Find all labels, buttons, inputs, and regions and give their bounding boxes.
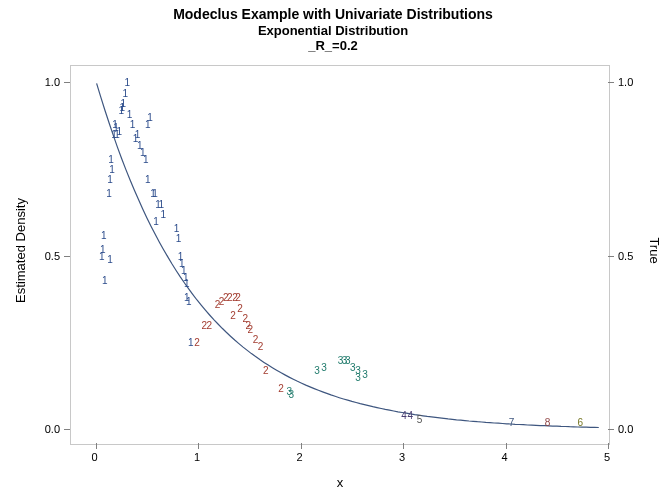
chart-title: Modeclus Example with Univariate Distrib… bbox=[0, 6, 666, 23]
y-left-tick-mark bbox=[64, 429, 70, 430]
x-tick-label: 5 bbox=[604, 451, 610, 463]
y-right-tick-mark bbox=[608, 429, 614, 430]
y-axis-right-label: True bbox=[644, 0, 664, 500]
x-tick-mark bbox=[403, 443, 404, 449]
chart-subtitle: Exponential Distribution bbox=[0, 23, 666, 39]
x-tick-label: 0 bbox=[92, 451, 98, 463]
y-axis-left-label: Estimated Density bbox=[10, 0, 30, 500]
y-right-tick-label: 0.0 bbox=[618, 423, 633, 435]
y-right-tick-label: 1.0 bbox=[618, 76, 633, 88]
chart-container: Modeclus Example with Univariate Distrib… bbox=[0, 0, 666, 500]
y-right-tick-mark bbox=[608, 82, 614, 83]
plot-area: 1111111111111111111111111111111111111111… bbox=[70, 65, 610, 445]
x-tick-mark bbox=[506, 443, 507, 449]
x-tick-mark bbox=[301, 443, 302, 449]
x-tick-label: 2 bbox=[297, 451, 303, 463]
x-tick-mark bbox=[198, 443, 199, 449]
title-block: Modeclus Example with Univariate Distrib… bbox=[0, 6, 666, 54]
x-axis-label: x bbox=[70, 475, 610, 490]
x-tick-label: 3 bbox=[399, 451, 405, 463]
x-tick-mark bbox=[96, 443, 97, 449]
y-right-tick-mark bbox=[608, 256, 614, 257]
y-left-tick-mark bbox=[64, 256, 70, 257]
x-tick-label: 4 bbox=[502, 451, 508, 463]
y-left-tick-label: 0.0 bbox=[45, 423, 60, 435]
true-density-curve bbox=[71, 66, 609, 444]
y-right-tick-label: 0.5 bbox=[618, 250, 633, 262]
x-tick-mark bbox=[608, 443, 609, 449]
y-left-tick-label: 0.5 bbox=[45, 250, 60, 262]
chart-subtitle2: _R_=0.2 bbox=[0, 38, 666, 54]
y-left-tick-mark bbox=[64, 82, 70, 83]
x-tick-label: 1 bbox=[194, 451, 200, 463]
y-left-tick-label: 1.0 bbox=[45, 76, 60, 88]
